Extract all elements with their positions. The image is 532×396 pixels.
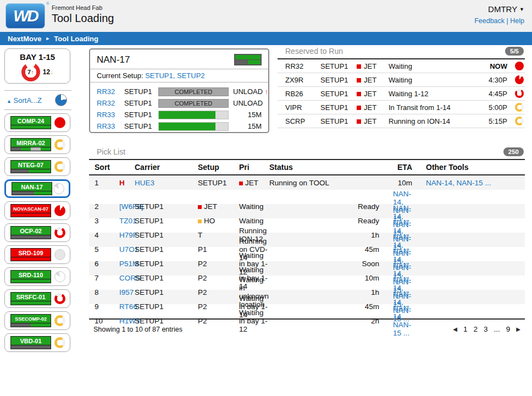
carrier-link[interactable]: CORS xyxy=(119,274,135,282)
progress-bar-fill xyxy=(159,111,215,119)
carrier-id: RR32 xyxy=(285,62,320,70)
tool-button[interactable]: SRSFC-01 xyxy=(4,289,70,308)
prev-page-icon[interactable]: ◀ xyxy=(453,326,457,332)
eta-value: Soon xyxy=(269,260,379,268)
reserved-row: ZX9R SETUP1 JET Waiting 4:30P xyxy=(278,73,525,87)
setup-value: SETUP1 xyxy=(320,117,357,125)
eta-clock-icon xyxy=(515,62,524,70)
carrier-link[interactable]: TZ01 xyxy=(119,217,135,225)
setup-value: SETUP1 xyxy=(124,87,158,96)
eta-value: 45m xyxy=(269,245,379,254)
tool-status-graphic: NTEG-07 xyxy=(10,160,51,173)
eta-value: Ready xyxy=(269,202,379,211)
bay-summary-card[interactable]: BAY 1-15 7↑ 12↓ xyxy=(4,48,70,84)
progress-bar-label: COMPLETED xyxy=(175,100,212,107)
carrier-link[interactable]: P51M xyxy=(119,260,135,268)
reserved-row: RR32 SETUP1 JET Waiting NOW xyxy=(278,59,525,73)
col-sort: Sort xyxy=(95,163,119,172)
tool-button[interactable]: NTEG-07 xyxy=(4,157,70,176)
tool-button[interactable]: NAN-17 xyxy=(4,179,70,198)
setup-value: SETUP1 xyxy=(124,122,158,130)
header-titles: Fremont Head Fab Tool Loading xyxy=(52,4,114,25)
reserved-row: RB26 SETUP1 JET Waiting 1-12 4:45P xyxy=(278,87,525,101)
carrier-link[interactable]: I957 xyxy=(119,288,135,296)
tool-status-graphic: NAN-17 xyxy=(12,182,52,195)
pick-list-body: 1 H HUE3 SETUP1 JET Running on TOOL 10m … xyxy=(89,175,525,318)
tool-button[interactable]: OCP-02 xyxy=(4,223,70,242)
user-menu[interactable]: DMTRY ▼ xyxy=(474,4,524,14)
tool-button[interactable]: COMP-24 xyxy=(4,113,70,132)
bar-segment xyxy=(235,60,247,64)
pick-list-row: 2 [W6F8] SETUP1 JET Waiting Ready NAN-14… xyxy=(89,190,525,204)
carrier-link[interactable]: RR32 xyxy=(97,87,124,96)
carrier-link[interactable]: RR33 xyxy=(97,111,124,119)
bar-segment xyxy=(31,323,51,327)
sort-number: 1 xyxy=(95,179,119,187)
tool-load-bar xyxy=(10,323,51,327)
priority-value: P1 xyxy=(198,245,239,254)
bar-segment xyxy=(248,60,261,64)
port-eta-value: 15M xyxy=(233,122,262,130)
status-text: Waiting in bay 1-12 xyxy=(239,309,269,333)
priority-value: HO xyxy=(198,217,239,225)
carrier-link[interactable]: RR32 xyxy=(97,99,124,107)
setup-value: SETUP1 xyxy=(124,99,158,107)
breadcrumb-root[interactable]: NextMove xyxy=(8,35,41,43)
tool-button-list: COMP-24 MIRRA-02 NTEG-07 xyxy=(4,113,71,352)
sort-control[interactable]: ▲ SortA...Z xyxy=(4,90,71,110)
tool-name-label: NTEG-07 xyxy=(10,160,51,169)
down-arrow-icon: ↓ xyxy=(50,68,53,76)
tool-name-label: NOVASCAN-07 xyxy=(10,204,51,213)
carrier-link[interactable]: HUE3 xyxy=(135,179,198,187)
page-number[interactable]: 9 xyxy=(506,325,511,333)
sort-asc-icon: ▲ xyxy=(7,98,12,104)
carrier-link[interactable]: RR33 xyxy=(97,122,124,130)
help-link[interactable]: Help xyxy=(510,17,524,25)
reserved-to-run-panel: Reserved to Run 5/5 RR32 SETUP1 JET Wait… xyxy=(278,47,525,128)
carrier-link[interactable]: [W6F8] xyxy=(119,202,135,211)
page-number[interactable]: 2 xyxy=(473,325,478,333)
tool-button[interactable]: SRD-110 xyxy=(4,267,70,286)
feedback-link[interactable]: Feedback xyxy=(474,17,505,25)
tool-button[interactable]: NOVASCAN-07 xyxy=(4,201,70,220)
setup-value: SETUP1 xyxy=(135,317,198,325)
page-number[interactable]: ... xyxy=(494,325,500,333)
status-text: Waiting xyxy=(239,202,269,211)
tool-button[interactable]: VBD-01 xyxy=(4,333,70,352)
carrier-link[interactable]: RT66 xyxy=(119,302,135,311)
carrier-id: VIPR xyxy=(285,103,320,112)
reserved-header: Reserved to Run 5/5 xyxy=(278,47,525,59)
priority-square-icon xyxy=(357,78,361,82)
sort-number: 9 xyxy=(95,302,119,311)
bar-segment xyxy=(31,147,41,151)
priority-square-icon xyxy=(198,205,202,209)
carrier-link[interactable]: H79F xyxy=(119,231,135,239)
sort-label: ▲ SortA...Z xyxy=(7,96,42,105)
reserved-row: VIPR SETUP1 JET In Transit from 1-14 5:0… xyxy=(278,101,525,114)
tool-button[interactable]: SSECOMP-02 xyxy=(4,311,70,330)
carrier-link[interactable]: U7O1 xyxy=(119,245,135,254)
status-text: In Transit from 1-14 xyxy=(389,103,476,112)
sort-number: 3 xyxy=(95,217,119,225)
tool-button[interactable]: SRD-109 xyxy=(4,245,70,264)
carrier-link[interactable]: H1WY xyxy=(119,317,135,325)
sort-number: 6 xyxy=(95,260,119,268)
tool-status-graphic: SRD-109 xyxy=(10,248,51,261)
priority-value: JET xyxy=(357,103,389,112)
chevron-down-icon: ▼ xyxy=(519,7,524,12)
status-text: Waiting xyxy=(389,76,476,84)
breadcrumb-arrow-icon: ► xyxy=(45,36,50,41)
page-number[interactable]: 1 xyxy=(463,325,468,333)
tool-button[interactable]: MIRRA-02 xyxy=(4,135,70,154)
tool-load-bar xyxy=(10,125,51,129)
page-number[interactable]: 3 xyxy=(484,325,488,333)
eta-time: 4:30P xyxy=(476,76,511,84)
current-setup-links[interactable]: SETUP1, SETUP2 xyxy=(145,72,204,80)
progress-bar: COMPLETED xyxy=(158,99,229,108)
eta-clock-icon xyxy=(515,103,524,112)
detail-port-row: RR33 SETUP1 15M xyxy=(90,120,268,132)
hot-flag: H xyxy=(119,179,135,187)
next-page-icon[interactable]: ▶ xyxy=(516,326,520,332)
bay-up-count: 7↑ xyxy=(27,69,34,75)
port-eta-value: UNLOAD ↑ xyxy=(233,87,268,96)
